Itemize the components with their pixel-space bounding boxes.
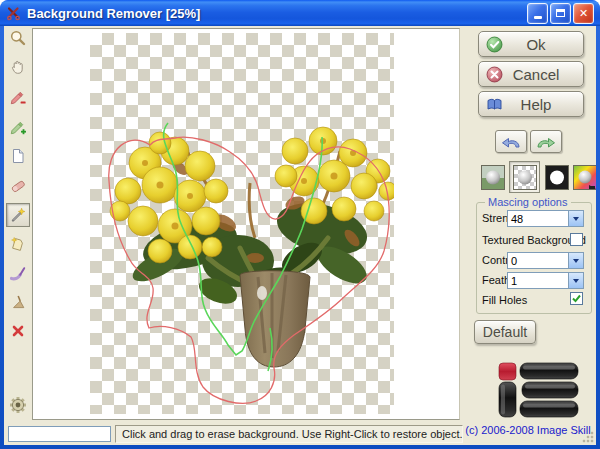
- ok-button-label: Ok: [511, 36, 561, 53]
- tool-new-document[interactable]: [6, 144, 30, 168]
- textured-background-checkbox[interactable]: [570, 233, 583, 246]
- app-scissors-icon: [6, 5, 22, 21]
- tool-magic-wand[interactable]: [6, 203, 30, 227]
- strength-value: 48: [508, 211, 568, 226]
- gear-icon: [8, 395, 28, 415]
- view-mode-color-button[interactable]: [573, 165, 596, 190]
- contract-combobox[interactable]: 0: [507, 252, 584, 269]
- tool-magic-extract[interactable]: [6, 232, 30, 256]
- vase-highlight: [257, 286, 267, 300]
- image-transparent-area[interactable]: [90, 33, 394, 414]
- window-title: Background Remover [25%]: [27, 6, 527, 21]
- ok-button[interactable]: Ok: [478, 31, 584, 57]
- flower-image: [90, 33, 394, 414]
- show-transparent-icon: [513, 165, 537, 190]
- cancel-x-icon: [486, 66, 503, 83]
- fill-holes-label: Fill Holes: [482, 294, 527, 306]
- cancel-button-label: Cancel: [511, 66, 561, 83]
- help-book-icon: [486, 96, 503, 113]
- tool-eraser[interactable]: [6, 174, 30, 198]
- tool-red-marker[interactable]: [6, 85, 30, 109]
- maximize-button[interactable]: [550, 3, 571, 24]
- masking-options-title: Mascing options: [485, 196, 571, 208]
- green-marker-icon: [9, 118, 27, 136]
- help-button-label: Help: [511, 96, 561, 113]
- show-mask-icon: [546, 166, 568, 189]
- hand-icon: [9, 58, 27, 76]
- view-mode-original-button[interactable]: [481, 165, 505, 190]
- default-button-label: Default: [483, 324, 527, 340]
- strength-dropdown-arrow-icon[interactable]: [568, 211, 583, 226]
- client-area: Ok Cancel: [4, 26, 596, 445]
- zoom-icon: [9, 29, 27, 47]
- resize-grip[interactable]: [581, 430, 594, 443]
- show-original-icon: [482, 166, 504, 189]
- titlebar: Background Remover [25%] ✕: [0, 0, 600, 26]
- help-button[interactable]: Help: [478, 91, 584, 117]
- tool-delete-markers[interactable]: [6, 319, 30, 343]
- undo-button[interactable]: [495, 130, 527, 153]
- status-bar: Click and drag to erase background. Use …: [4, 421, 596, 445]
- tool-settings[interactable]: [6, 393, 30, 417]
- red-marker-icon: [9, 88, 27, 106]
- redo-arrow-icon: [535, 134, 557, 149]
- magic-extract-icon: [9, 235, 27, 253]
- minimize-button[interactable]: [527, 3, 548, 24]
- default-button[interactable]: Default: [474, 320, 536, 344]
- masking-options-group: Mascing options Strength 48 Textured Bac…: [476, 202, 592, 314]
- close-button[interactable]: ✕: [573, 3, 594, 24]
- redo-button[interactable]: [530, 130, 562, 153]
- feathering-combobox[interactable]: 1: [507, 272, 584, 289]
- tool-pan[interactable]: [6, 55, 30, 79]
- contract-dropdown-arrow-icon[interactable]: [568, 253, 583, 268]
- app-window: Background Remover [25%] ✕: [0, 0, 600, 449]
- strength-combobox[interactable]: 48: [507, 210, 584, 227]
- tool-broom[interactable]: [6, 290, 30, 314]
- contract-value: 0: [508, 253, 568, 268]
- toolbar: [4, 26, 32, 445]
- view-mode-mask-button[interactable]: [545, 165, 569, 190]
- tool-brush[interactable]: [6, 261, 30, 285]
- canvas[interactable]: [32, 28, 460, 420]
- broom-icon: [9, 293, 27, 311]
- magic-wand-icon: [9, 206, 27, 224]
- right-panel: Ok Cancel: [460, 26, 596, 421]
- undo-arrow-icon: [500, 134, 522, 149]
- status-message: Click and drag to erase background. Use …: [115, 425, 463, 443]
- checkmark-icon: [571, 293, 582, 304]
- new-document-icon: [9, 147, 27, 165]
- show-on-color-icon: [574, 166, 596, 189]
- cancel-button[interactable]: Cancel: [478, 61, 584, 87]
- view-mode-transparent-button[interactable]: [509, 161, 540, 193]
- ok-check-icon: [486, 36, 503, 53]
- feathering-dropdown-arrow-icon[interactable]: [568, 273, 583, 288]
- brush-icon: [9, 264, 27, 282]
- status-input[interactable]: [8, 426, 111, 442]
- tool-zoom[interactable]: [6, 26, 30, 50]
- image-skill-logo: [497, 362, 580, 422]
- fill-holes-checkbox[interactable]: [570, 292, 583, 305]
- delete-cross-icon: [9, 322, 27, 340]
- eraser-icon: [9, 177, 27, 195]
- feathering-value: 1: [508, 273, 568, 288]
- tool-green-marker[interactable]: [6, 115, 30, 139]
